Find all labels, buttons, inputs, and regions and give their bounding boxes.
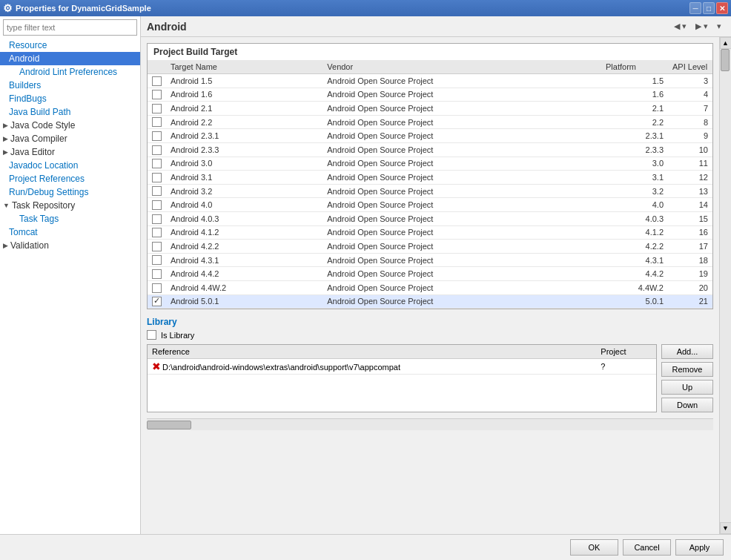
table-row[interactable]: Android 4.3.1 Android Open Source Projec… xyxy=(148,253,712,267)
sidebar-group-java-compiler-header[interactable]: ▶ Java Compiler xyxy=(0,132,140,145)
sidebar-item-resource[interactable]: Resource xyxy=(0,39,140,52)
table-row[interactable]: Android 3.0 Android Open Source Project … xyxy=(148,157,712,171)
sidebar-item-tomcat[interactable]: Tomcat xyxy=(0,225,140,239)
sidebar-item-java-build-path[interactable]: Java Build Path xyxy=(0,105,140,119)
row-checkbox[interactable] xyxy=(152,76,162,86)
row-api-level: 20 xyxy=(668,280,712,294)
row-checkbox[interactable] xyxy=(152,255,162,265)
ref-table-row[interactable]: ✖D:\android\android-windows\extras\andro… xyxy=(148,359,656,375)
window-title: Properties for DynamicGridSample xyxy=(16,4,689,13)
scroll-track xyxy=(147,419,713,430)
row-target-name: Android 4.0 xyxy=(166,198,322,212)
ok-button[interactable]: OK xyxy=(570,539,618,556)
sidebar-group-java-editor: ▶ Java Editor xyxy=(0,145,140,159)
sidebar-item-javadoc-location[interactable]: Javadoc Location xyxy=(0,159,140,172)
table-row[interactable]: Android 3.1 Android Open Source Project … xyxy=(148,171,712,185)
minimize-button[interactable]: ─ xyxy=(689,2,701,14)
row-target-name: Android 4.4.2 xyxy=(166,267,322,281)
table-row[interactable]: Android 4.0.3 Android Open Source Projec… xyxy=(148,211,712,225)
table-row[interactable]: Android 4.4.2 Android Open Source Projec… xyxy=(148,267,712,281)
ref-col-reference: Reference xyxy=(148,345,596,359)
sidebar-item-task-tags[interactable]: Task Tags xyxy=(10,212,140,225)
add-button[interactable]: Add... xyxy=(661,344,713,359)
row-checkbox[interactable] xyxy=(152,269,162,279)
is-library-label: Is Library xyxy=(161,331,194,340)
target-table: Target Name Vendor Platform API Level An… xyxy=(148,60,712,309)
row-target-name: Android 2.2 xyxy=(166,115,322,129)
row-checkbox[interactable] xyxy=(152,214,162,224)
row-checkbox[interactable] xyxy=(152,242,162,251)
row-checkbox-cell xyxy=(148,171,166,185)
row-api-level: 9 xyxy=(668,129,712,143)
scroll-up-arrow[interactable]: ▲ xyxy=(720,37,732,49)
menu-button[interactable]: ▾ xyxy=(713,19,725,33)
row-checkbox-cell xyxy=(148,142,166,157)
sidebar-group-java-editor-header[interactable]: ▶ Java Editor xyxy=(0,145,140,159)
table-row[interactable]: Android 2.2 Android Open Source Project … xyxy=(148,115,712,129)
close-button[interactable]: ✕ xyxy=(716,2,728,14)
table-row[interactable]: Android 5.0.1 Android Open Source Projec… xyxy=(148,294,712,309)
row-checkbox[interactable] xyxy=(152,228,162,237)
row-checkbox[interactable] xyxy=(152,159,162,168)
table-row[interactable]: Android 4.2.2 Android Open Source Projec… xyxy=(148,240,712,254)
apply-button[interactable]: Apply xyxy=(675,539,724,556)
row-checkbox-cell xyxy=(148,74,166,88)
right-panel: Android ◀ ▾ ▶ ▾ ▾ Project Build Target xyxy=(141,16,731,534)
sidebar-group-task-repository-header[interactable]: ▼ Task Repository xyxy=(0,199,140,212)
row-checkbox[interactable] xyxy=(152,186,162,196)
row-platform: 1.5 xyxy=(601,74,668,88)
row-checkbox[interactable] xyxy=(152,117,162,127)
back-button[interactable]: ◀ ▾ xyxy=(670,19,690,33)
sidebar-item-android-lint[interactable]: Android Lint Preferences xyxy=(10,65,140,79)
filter-input[interactable] xyxy=(3,19,137,36)
down-button[interactable]: Down xyxy=(661,398,713,412)
row-platform: 3.0 xyxy=(601,157,668,171)
row-checkbox-cell xyxy=(148,211,166,225)
sidebar-item-findbugs[interactable]: FindBugs xyxy=(0,92,140,105)
maximize-button[interactable]: □ xyxy=(703,2,715,14)
sidebar-item-builders[interactable]: Builders xyxy=(0,79,140,92)
row-checkbox-cell xyxy=(148,157,166,171)
row-checkbox[interactable] xyxy=(152,145,162,155)
row-checkbox[interactable] xyxy=(152,200,162,210)
row-target-name: Android 4.0.3 xyxy=(166,211,322,225)
forward-button[interactable]: ▶ ▾ xyxy=(692,19,712,33)
table-row[interactable]: Android 1.6 Android Open Source Project … xyxy=(148,88,712,102)
row-vendor: Android Open Source Project xyxy=(322,102,601,116)
bottom-scrollbar[interactable] xyxy=(147,418,713,430)
scroll-down-arrow[interactable]: ▼ xyxy=(720,522,732,534)
row-checkbox[interactable] xyxy=(152,90,162,99)
sidebar-group-validation-header[interactable]: ▶ Validation xyxy=(0,239,140,252)
row-checkbox[interactable] xyxy=(152,297,162,306)
sidebar-item-android[interactable]: Android xyxy=(0,52,140,65)
cancel-button[interactable]: Cancel xyxy=(623,539,671,556)
table-row[interactable]: Android 4.0 Android Open Source Project … xyxy=(148,198,712,212)
expand-arrow-icon: ▶ xyxy=(3,242,8,249)
table-row[interactable]: Android 1.5 Android Open Source Project … xyxy=(148,74,712,88)
page-title: Android xyxy=(147,21,187,33)
up-button[interactable]: Up xyxy=(661,380,713,395)
row-checkbox[interactable] xyxy=(152,173,162,182)
table-row[interactable]: Android 4.1.2 Android Open Source Projec… xyxy=(148,225,712,240)
table-row[interactable]: Android 2.3.3 Android Open Source Projec… xyxy=(148,142,712,157)
reference-buttons: Add... Remove Up Down xyxy=(661,344,713,412)
row-checkbox[interactable] xyxy=(152,104,162,113)
reference-table: Reference Project ✖D:\android\android-wi… xyxy=(148,345,656,375)
table-row[interactable]: Android 4.4W.2 Android Open Source Proje… xyxy=(148,280,712,294)
row-checkbox-cell xyxy=(148,184,166,198)
sidebar-item-project-references[interactable]: Project References xyxy=(0,172,140,185)
table-row[interactable]: Android 2.3.1 Android Open Source Projec… xyxy=(148,129,712,143)
remove-button[interactable]: Remove xyxy=(661,362,713,377)
table-row[interactable]: Android 3.2 Android Open Source Project … xyxy=(148,184,712,198)
is-library-checkbox[interactable] xyxy=(147,330,156,340)
row-platform: 4.0 xyxy=(601,198,668,212)
row-vendor: Android Open Source Project xyxy=(322,129,601,143)
library-section: Library Is Library Reference xyxy=(147,317,713,412)
table-row[interactable]: Android 2.1 Android Open Source Project … xyxy=(148,102,712,116)
row-checkbox[interactable] xyxy=(152,283,162,293)
row-platform: 4.2.2 xyxy=(601,240,668,254)
row-target-name: Android 3.2 xyxy=(166,184,322,198)
row-checkbox[interactable] xyxy=(152,131,162,141)
sidebar-group-java-code-style-header[interactable]: ▶ Java Code Style xyxy=(0,119,140,132)
sidebar-item-run-debug[interactable]: Run/Debug Settings xyxy=(0,185,140,199)
